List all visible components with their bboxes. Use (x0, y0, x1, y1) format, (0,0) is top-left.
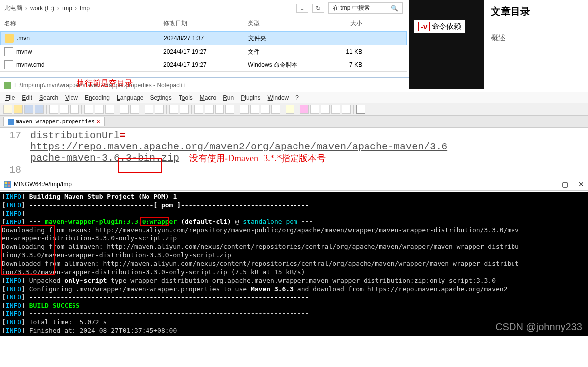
redo-icon[interactable] (130, 105, 139, 114)
show-all-chars-icon[interactable] (215, 105, 224, 114)
svg-rect-1 (5, 182, 7, 184)
disk-icon (8, 119, 14, 125)
close-tab-icon[interactable]: × (97, 118, 100, 125)
breadcrumb[interactable]: 此电脑› work (E:)› tmp› tmp ⌄ ↻ 在 tmp 中搜索 🔍 (0, 0, 407, 16)
terminal-titlebar[interactable]: MINGW64:/e/tmp/tmp — ▢ ✕ (0, 178, 588, 191)
save-macro-icon[interactable] (342, 105, 351, 114)
doc-map-icon[interactable] (240, 105, 249, 114)
doc-list-icon[interactable] (250, 105, 259, 114)
spell-check-icon[interactable] (356, 105, 365, 114)
minimize-button[interactable]: — (545, 180, 552, 188)
menu-view[interactable]: View (65, 94, 78, 101)
terminal-output[interactable]: [INFO] Building Maven Stub Project (No P… (0, 192, 588, 336)
file-list-header: 名称 修改日期 类型 大小 (0, 16, 407, 31)
menu-file[interactable]: File (5, 94, 15, 101)
col-size[interactable]: 大小 (322, 19, 362, 28)
menu-help[interactable]: ? (295, 94, 299, 101)
bc-item[interactable]: tmp (62, 5, 72, 12)
menu-search[interactable]: Search (39, 94, 58, 101)
bc-item[interactable]: 此电脑 (4, 4, 22, 12)
article-sidebar: -v 命令依赖 文章目录 概述 (409, 0, 588, 89)
menu-window[interactable]: Window (268, 94, 289, 101)
close-all-icon[interactable] (70, 105, 79, 114)
col-name[interactable]: 名称 (4, 19, 163, 28)
annotation-text: 没有使用-Dmaven=3.*.*指定版本号 (189, 152, 326, 164)
word-wrap-icon[interactable] (205, 105, 214, 114)
maximize-button[interactable]: ▢ (562, 180, 568, 188)
toc-title: 文章目录 (491, 5, 581, 18)
search-input[interactable]: 在 tmp 中搜索 🔍 (328, 2, 403, 14)
bc-item[interactable]: work (E:) (30, 5, 54, 12)
copy-icon[interactable] (95, 105, 104, 114)
folder-view-icon[interactable] (271, 105, 280, 114)
col-date[interactable]: 修改日期 (163, 19, 248, 28)
tab-item[interactable]: maven-wrapper.properties × (3, 117, 105, 126)
toc-panel: 文章目录 概述 (484, 0, 588, 89)
build-title: Building Maven Stub Project (No POM) 1 (29, 193, 177, 200)
menu-tools[interactable]: Tools (179, 94, 193, 101)
file-name: .mvn (17, 35, 30, 42)
toc-item[interactable]: 概述 (491, 33, 581, 43)
menu-edit[interactable]: Edit (22, 94, 32, 101)
code-eq: = (120, 130, 126, 141)
close-button[interactable]: ✕ (578, 180, 584, 188)
menu-language[interactable]: Language (117, 94, 143, 101)
undo-icon[interactable] (120, 105, 129, 114)
code-url-2a: pache-maven- (30, 152, 102, 164)
annotation-box (1, 225, 55, 275)
zoom-in-icon[interactable] (169, 105, 178, 114)
notepad-plus-plus-window: E:\tmp\tmp\.mvn\wrapper\maven-wrapper.pr… (0, 77, 588, 178)
file-date: 2024/8/27 1:37 (164, 35, 248, 42)
open-file-icon[interactable] (14, 105, 23, 114)
refresh-icon[interactable]: ↻ (312, 4, 324, 13)
paste-icon[interactable] (105, 105, 114, 114)
find-icon[interactable] (145, 105, 153, 114)
replace-icon[interactable] (155, 105, 164, 114)
file-explorer: 此电脑› work (E:)› tmp› tmp ⌄ ↻ 在 tmp 中搜索 🔍… (0, 0, 407, 72)
bc-item[interactable]: tmp (80, 5, 90, 12)
play-macro-icon[interactable] (321, 105, 330, 114)
file-size: 7 KB (322, 61, 362, 68)
toolbar[interactable] (0, 103, 588, 116)
sync-scroll-icon[interactable] (194, 105, 203, 114)
menu-macro[interactable]: Macro (200, 94, 216, 101)
new-file-icon[interactable] (3, 105, 12, 114)
menu-encoding[interactable]: Encoding (85, 94, 110, 101)
close-icon[interactable] (60, 105, 69, 114)
maven-version: Maven 3.6.3 (251, 285, 294, 293)
save-all-icon[interactable] (35, 105, 44, 114)
menu-plugins[interactable]: Plugins (241, 94, 260, 101)
zoom-out-icon[interactable] (180, 105, 189, 114)
run-macro-multi-icon[interactable] (331, 105, 340, 114)
chevron-down-icon[interactable]: ⌄ (296, 4, 308, 13)
line-number: 18 (5, 164, 30, 176)
table-row[interactable]: mvnw 2024/4/17 19:27 文件 11 KB (0, 45, 407, 58)
menu-run[interactable]: Run (223, 94, 234, 101)
stop-macro-icon[interactable] (310, 105, 319, 114)
annotation-box (118, 158, 162, 173)
save-icon[interactable] (24, 105, 33, 114)
indent-guide-icon[interactable] (225, 105, 234, 114)
svg-rect-4 (8, 185, 10, 187)
badge-text: 命令依赖 (432, 22, 461, 31)
code-editor[interactable]: 17 distributionUrl= https://repo.maven.a… (0, 128, 588, 178)
terminal-title: MINGW64:/e/tmp/tmp (14, 181, 72, 188)
col-type[interactable]: 类型 (248, 19, 322, 28)
monitor-icon[interactable] (286, 105, 294, 114)
cut-icon[interactable] (84, 105, 93, 114)
function-list-icon[interactable] (261, 105, 270, 114)
record-macro-icon[interactable] (300, 105, 309, 114)
watermark: CSDN @johnny233 (495, 320, 582, 333)
file-icon (4, 60, 13, 69)
menu-bar[interactable]: File Edit Search View Encoding Language … (0, 92, 588, 103)
total-time: Total time: 5.072 s (29, 318, 107, 326)
menu-settings[interactable]: Settings (150, 94, 171, 101)
file-date: 2024/4/17 19:27 (163, 61, 248, 68)
annotation-box (140, 217, 169, 226)
tab-bar[interactable]: maven-wrapper.properties × (0, 116, 588, 128)
print-icon[interactable] (49, 105, 58, 114)
version-badge: -v (418, 22, 430, 31)
table-row[interactable]: .mvn 2024/8/27 1:37 文件夹 (0, 31, 407, 45)
table-row[interactable]: mvnw.cmd 2024/4/17 19:27 Windows 命令脚本 7 … (0, 58, 407, 71)
sidebar-dark-panel: -v 命令依赖 (409, 0, 484, 89)
